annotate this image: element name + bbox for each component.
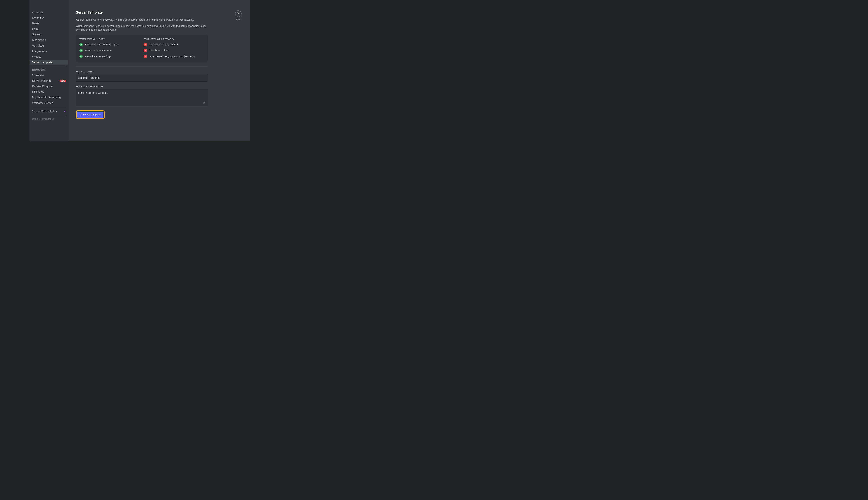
will-not-copy-text: Messages or any content [149, 43, 179, 46]
will-copy-item: Channels and channel topics [79, 43, 140, 46]
will-not-copy-header: TEMPLATES WILL NOT COPY: [144, 38, 204, 41]
page-description-2: When someone uses your server template l… [76, 24, 208, 32]
user-management-header: USER MANAGEMENT [30, 117, 68, 121]
esc-label: ESC [235, 18, 242, 21]
template-title-input[interactable] [76, 74, 208, 82]
will-copy-text: Default server settings [85, 55, 111, 58]
sidebar-item-server-template[interactable]: Server Template [30, 60, 68, 65]
sidebar-item-welcome-screen[interactable]: Welcome Screen [30, 101, 68, 106]
page-description-1: A server template is an easy way to shar… [76, 18, 208, 22]
template-description-input[interactable] [76, 89, 208, 106]
settings-sidebar: ELDRITCH Overview Roles Emoji Stickers M… [29, 0, 69, 141]
nitro-icon [64, 110, 66, 113]
will-copy-column: TEMPLATES WILL COPY: Channels and channe… [79, 38, 140, 58]
close-area: ESC [235, 10, 242, 21]
template-description-label: TEMPLATE DESCRIPTION [76, 86, 208, 88]
sidebar-item-label: Stickers [32, 33, 42, 36]
sidebar-item-membership-screening[interactable]: Membership Screening [30, 95, 68, 100]
will-not-copy-item: Members or bots [144, 49, 204, 52]
community-header: COMMUNITY [30, 68, 68, 72]
sidebar-item-label: Overview [32, 16, 44, 20]
sidebar-item-widget[interactable]: Widget [30, 54, 68, 59]
sidebar-item-label: Emoji [32, 27, 39, 31]
will-not-copy-text: Members or bots [149, 49, 169, 52]
will-not-copy-item: Your server icon, Boosts, or other perks [144, 55, 204, 58]
will-copy-item: Roles and permissions [79, 49, 140, 52]
sidebar-item-label: Moderation [32, 38, 46, 42]
sidebar-item-audit-log[interactable]: Audit Log [30, 43, 68, 48]
page-title: Server Template [76, 10, 208, 14]
sidebar-item-label: Audit Log [32, 44, 44, 47]
server-name-header: ELDRITCH [30, 10, 68, 15]
sidebar-item-overview[interactable]: Overview [30, 15, 68, 21]
sidebar-item-label: Partner Program [32, 85, 53, 88]
left-rail [0, 0, 29, 141]
cross-icon [144, 55, 147, 58]
will-copy-item: Default server settings [79, 55, 140, 58]
sidebar-item-moderation[interactable]: Moderation [30, 37, 68, 43]
close-button[interactable] [235, 10, 242, 17]
will-not-copy-item: Messages or any content [144, 43, 204, 46]
sidebar-item-label: Membership Screening [32, 96, 61, 99]
sidebar-item-label: Discovery [32, 90, 44, 93]
sidebar-item-partner-program[interactable]: Partner Program [30, 84, 68, 89]
sidebar-item-label: Overview [32, 74, 44, 77]
cross-icon [144, 43, 147, 46]
new-badge: NEW [59, 80, 66, 82]
sidebar-item-server-boost[interactable]: Server Boost Status [30, 109, 68, 114]
sidebar-item-integrations[interactable]: Integrations [30, 49, 68, 54]
will-not-copy-column: TEMPLATES WILL NOT COPY: Messages or any… [144, 38, 204, 58]
sidebar-item-stickers[interactable]: Stickers [30, 32, 68, 37]
sidebar-item-label: Welcome Screen [32, 102, 53, 105]
check-icon [79, 43, 83, 46]
char-counter: 95 [203, 102, 205, 104]
sidebar-item-label: Server Insights [32, 79, 51, 82]
content-area: ESC Server Template A server template is… [69, 0, 250, 141]
will-copy-header: TEMPLATES WILL COPY: [79, 38, 140, 41]
check-icon [79, 55, 83, 58]
sidebar-item-community-overview[interactable]: Overview [30, 73, 68, 78]
will-copy-text: Roles and permissions [85, 49, 112, 52]
sidebar-item-label: Server Template [32, 61, 52, 64]
highlight-ring: Generate Template [76, 111, 104, 119]
close-icon [237, 12, 240, 16]
will-copy-text: Channels and channel topics [85, 43, 119, 46]
will-not-copy-text: Your server icon, Boosts, or other perks [149, 55, 195, 58]
sidebar-item-discovery[interactable]: Discovery [30, 89, 68, 95]
generate-template-button[interactable]: Generate Template [77, 112, 103, 117]
sidebar-divider [32, 66, 66, 67]
sidebar-item-server-insights[interactable]: Server Insights NEW [30, 78, 68, 83]
cross-icon [144, 49, 147, 52]
sidebar-item-label: Server Boost Status [32, 110, 57, 113]
sidebar-item-label: Widget [32, 55, 41, 58]
sidebar-item-emoji[interactable]: Emoji [30, 26, 68, 32]
sidebar-item-label: Roles [32, 22, 39, 25]
sidebar-item-label: Integrations [32, 50, 47, 53]
check-icon [79, 49, 83, 52]
template-title-label: TEMPLATE TITLE [76, 70, 208, 73]
copy-info-card: TEMPLATES WILL COPY: Channels and channe… [76, 35, 208, 61]
sidebar-item-roles[interactable]: Roles [30, 21, 68, 26]
